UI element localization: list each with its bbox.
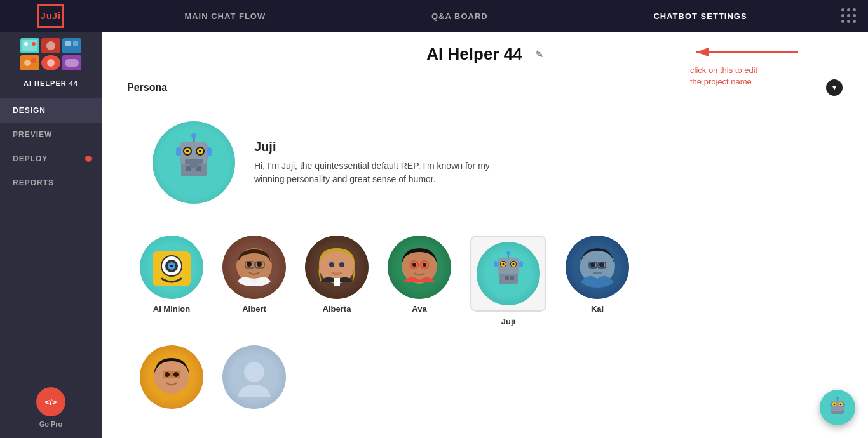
svg-point-83: [840, 404, 841, 405]
thumb-2: [41, 38, 60, 53]
juji-label: Juji: [501, 317, 515, 326]
thumb-6: [62, 55, 81, 70]
svg-rect-84: [830, 403, 832, 407]
thumb-3: [62, 38, 81, 53]
juji-avatar-svg: [162, 131, 226, 194]
svg-point-21: [199, 150, 201, 152]
svg-point-52: [506, 251, 510, 255]
svg-point-32: [170, 265, 173, 267]
sidebar-item-design[interactable]: DESIGN: [0, 98, 102, 123]
nav-chatbot-settings[interactable]: CHATBOT SETTINGS: [641, 11, 759, 21]
albert-avatar: [222, 236, 286, 299]
ava-avatar: [388, 236, 451, 299]
sidebar-item-preview[interactable]: PREVIEW: [0, 123, 102, 147]
nav-main-chat-flow[interactable]: MAIN CHAT FLOW: [172, 11, 278, 21]
extra1-avatar: [140, 345, 203, 409]
persona-card-ai-minion[interactable]: AI Minion: [140, 236, 203, 326]
svg-point-41: [339, 262, 344, 267]
svg-rect-77: [831, 401, 844, 411]
persona-card-kai[interactable]: Kai: [566, 236, 629, 326]
main-content: AI Helper 44 ✎ click on this to editthe …: [102, 32, 868, 438]
svg-point-82: [834, 404, 835, 405]
svg-point-7: [31, 58, 36, 63]
sidebar: AI HELPER 44 DESIGN PREVIEW DEPLOY REPOR…: [0, 32, 102, 438]
nav-links: MAIN CHAT FLOW Q&A BOARD CHATBOT SETTING…: [102, 11, 830, 21]
svg-rect-22: [185, 159, 203, 164]
svg-point-58: [513, 263, 515, 265]
svg-point-64: [590, 262, 595, 267]
sidebar-menu: DESIGN PREVIEW DEPLOY REPORTS: [0, 98, 102, 195]
svg-rect-27: [190, 164, 198, 168]
annotation-text: click on this to editthe project name: [690, 65, 757, 88]
ava-label: Ava: [412, 304, 426, 314]
edit-title-icon[interactable]: ✎: [535, 48, 543, 60]
kai-label: Kai: [591, 304, 604, 314]
sidebar-bottom: </> Go Pro: [0, 387, 102, 438]
svg-rect-0: [22, 40, 37, 51]
persona-grid: AI Minion: [127, 236, 843, 326]
albert-label: Albert: [242, 304, 266, 314]
sidebar-item-reports[interactable]: REPORTS: [0, 171, 102, 195]
nav-dots[interactable]: [830, 8, 868, 23]
persona-collapse-button[interactable]: ▾: [826, 79, 843, 96]
floating-bot-icon: [826, 396, 849, 419]
svg-rect-24: [207, 147, 212, 156]
svg-point-15: [191, 133, 196, 138]
thumb-4: [20, 55, 39, 70]
svg-rect-62: [510, 276, 514, 280]
extra2-avatar: [222, 345, 286, 409]
persona-card-ava[interactable]: Ava: [388, 236, 451, 326]
ai-minion-label: AI Minion: [153, 304, 191, 314]
svg-point-65: [599, 262, 604, 267]
sidebar-item-deploy[interactable]: DEPLOY: [0, 147, 102, 171]
svg-rect-61: [505, 276, 509, 280]
annotation-arrow: [690, 39, 804, 65]
alberta-label: Alberta: [323, 304, 351, 314]
kai-avatar: [566, 236, 629, 299]
svg-rect-23: [176, 147, 181, 156]
persona-card-extra2[interactable]: [222, 345, 286, 409]
svg-rect-9: [65, 59, 79, 67]
svg-point-79: [836, 397, 839, 399]
persona-grid-row2: [127, 333, 843, 409]
grid-menu-icon: [841, 8, 857, 23]
persona-card-alberta[interactable]: Alberta: [305, 236, 369, 326]
svg-point-20: [186, 150, 189, 152]
selected-persona-info: Juji Hi, I'm Juji, the quintessential de…: [254, 140, 508, 186]
svg-rect-59: [494, 261, 498, 267]
nav-qa-board[interactable]: Q&A BOARD: [419, 11, 501, 21]
svg-point-35: [257, 262, 262, 267]
project-title: AI Helper 44: [426, 44, 522, 64]
annotation-block: click on this to editthe project name: [690, 39, 804, 88]
project-thumbnails: [20, 38, 81, 70]
svg-rect-4: [65, 41, 71, 46]
persona-card-extra1[interactable]: [140, 345, 203, 409]
floating-chat-bot[interactable]: [820, 390, 855, 425]
svg-point-1: [24, 42, 28, 46]
title-row: AI Helper 44 ✎: [426, 44, 543, 64]
svg-point-48: [423, 263, 426, 267]
svg-point-71: [165, 372, 170, 377]
svg-point-6: [24, 60, 31, 66]
selected-persona-description: Hi, I'm Juji, the quintessential default…: [254, 159, 508, 186]
selected-persona-display: Juji Hi, I'm Juji, the quintessential de…: [127, 109, 843, 216]
juji-card-avatar: [477, 242, 540, 305]
svg-rect-5: [73, 41, 78, 46]
selected-persona-avatar: [153, 121, 235, 204]
selected-persona-name: Juji: [254, 140, 508, 154]
persona-card-albert[interactable]: Albert: [222, 236, 286, 326]
deploy-badge: [85, 156, 92, 162]
svg-point-57: [503, 263, 505, 265]
go-pro-button[interactable]: </>: [36, 387, 65, 416]
persona-card-juji[interactable]: Juji: [470, 236, 546, 326]
thumb-5: [41, 55, 60, 70]
go-pro-label: Go Pro: [39, 420, 63, 428]
logo[interactable]: JuJi: [37, 4, 64, 28]
svg-point-72: [173, 372, 179, 377]
thumb-1: [20, 38, 39, 53]
svg-point-3: [46, 41, 55, 50]
svg-point-34: [247, 262, 252, 267]
svg-rect-85: [843, 403, 845, 407]
persona-section-title: Persona: [127, 82, 167, 93]
svg-point-75: [244, 362, 264, 382]
